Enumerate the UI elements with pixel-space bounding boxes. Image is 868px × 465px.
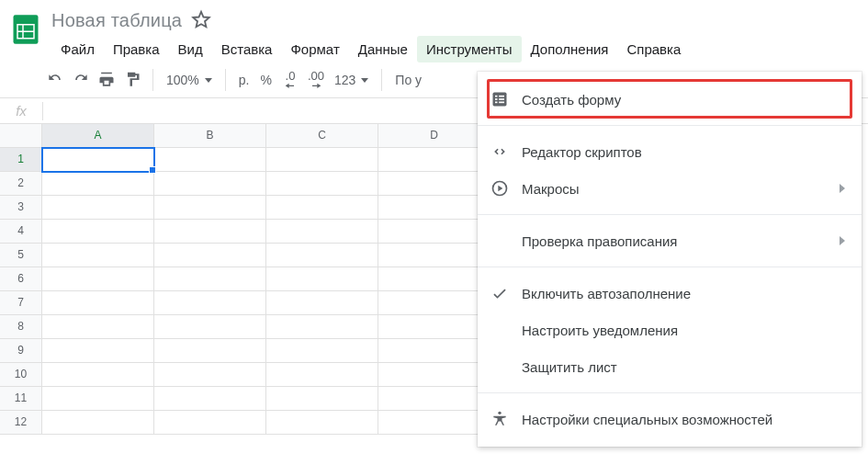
svg-rect-5 [495,96,498,97]
row-header[interactable]: 3 [0,196,42,220]
document-title[interactable]: Новая таблица [51,10,182,31]
menu-item-редактор-скриптов[interactable]: Редактор скриптов [478,133,862,170]
cell[interactable] [154,411,266,435]
column-header[interactable]: B [154,124,266,148]
menu-item-label: Редактор скриптов [522,144,845,160]
cell[interactable] [154,315,266,339]
star-icon[interactable] [191,9,211,32]
cell[interactable] [154,267,266,291]
cell[interactable] [378,411,490,435]
cell[interactable] [154,220,266,244]
row-header[interactable]: 11 [0,387,42,411]
select-all-corner[interactable] [0,124,42,148]
cell[interactable] [154,339,266,363]
menu-справка[interactable]: Справка [617,36,690,62]
cell[interactable] [378,196,490,220]
cell[interactable] [266,148,378,172]
undo-button[interactable] [42,67,68,93]
row-header[interactable]: 6 [0,267,42,291]
cell[interactable] [266,244,378,267]
cell[interactable] [42,291,154,315]
cell[interactable] [42,387,154,411]
cell[interactable] [154,387,266,411]
decrease-decimal-button[interactable]: .0 [277,67,303,93]
cell[interactable] [154,148,266,172]
cell[interactable] [378,339,490,363]
print-button[interactable] [94,67,119,93]
row-header[interactable]: 12 [0,411,42,435]
column-header[interactable]: C [266,124,378,148]
cell[interactable] [154,172,266,196]
cell[interactable] [42,267,154,291]
cell[interactable] [42,196,154,220]
menu-правка[interactable]: Правка [104,36,169,62]
cell[interactable] [378,172,490,196]
cell[interactable] [266,267,378,291]
cell[interactable] [42,220,154,244]
cell[interactable] [42,172,154,196]
cell[interactable] [266,387,378,411]
row-header[interactable]: 10 [0,363,42,387]
row-header[interactable]: 9 [0,339,42,363]
column-header[interactable]: A [42,124,154,148]
row-header[interactable]: 1 [0,148,42,172]
cell[interactable] [266,363,378,387]
cell[interactable] [266,411,378,435]
svg-rect-10 [499,102,504,104]
font-selector[interactable]: По у [389,67,427,93]
more-formats-button[interactable]: 123 [329,67,374,93]
row-header[interactable]: 2 [0,172,42,196]
menu-item-создать-форму[interactable]: Создать форму [478,81,862,118]
menu-вид[interactable]: Вид [169,36,212,62]
row-header[interactable]: 4 [0,220,42,244]
row-header[interactable]: 5 [0,244,42,267]
menu-item-настройки-специальных-возможностей[interactable]: Настройки специальных возможностей [478,401,862,437]
cell[interactable] [378,148,490,172]
zoom-selector[interactable]: 100% [161,67,218,93]
cell[interactable] [266,315,378,339]
paint-format-button[interactable] [119,67,145,93]
sheets-logo-icon[interactable] [7,11,44,48]
cell[interactable] [42,363,154,387]
row-header[interactable]: 8 [0,315,42,339]
cell[interactable] [266,291,378,315]
cell[interactable] [378,220,490,244]
cell[interactable] [42,244,154,267]
cell[interactable] [378,363,490,387]
menu-item-включить-автозаполнение[interactable]: Включить автозаполнение [478,275,862,312]
menu-item-label: Настройки специальных возможностей [522,412,845,427]
row-header[interactable]: 7 [0,291,42,315]
cell[interactable] [378,291,490,315]
cell[interactable] [154,244,266,267]
cell[interactable] [154,291,266,315]
menu-файл[interactable]: Файл [51,36,104,62]
menu-item-макросы[interactable]: Макросы [478,170,862,207]
currency-format-button[interactable]: р. [233,73,255,87]
cell[interactable] [266,196,378,220]
menu-item-настроить-уведомления[interactable]: Настроить уведомления [478,312,862,348]
menu-данные[interactable]: Данные [349,36,417,62]
menu-item-защитить-лист[interactable]: Защитить лист [478,348,862,385]
cell[interactable] [378,315,490,339]
cell[interactable] [154,363,266,387]
cell[interactable] [266,172,378,196]
menu-формат[interactable]: Формат [281,36,348,62]
increase-decimal-button[interactable]: .00 [303,67,329,93]
cell[interactable] [42,315,154,339]
percent-format-button[interactable]: % [255,73,277,87]
cell[interactable] [266,220,378,244]
cell[interactable] [378,387,490,411]
redo-button[interactable] [68,67,94,93]
cell[interactable] [378,267,490,291]
cell[interactable] [378,244,490,267]
cell[interactable] [266,339,378,363]
cell[interactable] [154,196,266,220]
cell[interactable] [42,339,154,363]
column-header[interactable]: D [378,124,490,148]
menu-вставка[interactable]: Вставка [212,36,282,62]
cell[interactable] [42,148,154,172]
menu-item-проверка-правописания[interactable]: Проверка правописания [478,222,862,259]
menu-инструменты[interactable]: Инструменты [417,36,522,62]
cell[interactable] [42,411,154,435]
menu-дополнения[interactable]: Дополнения [522,36,618,62]
